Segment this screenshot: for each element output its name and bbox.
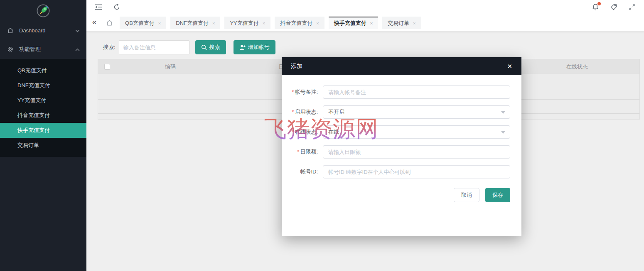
close-icon[interactable]: ✕ (507, 63, 512, 70)
select-all-checkbox[interactable] (104, 64, 110, 70)
modal-body: *帐号备注: *启用状态: 不开启 *在线状态: 在线 *日限额: 帐号ID: (282, 75, 521, 202)
field-account-note: *帐号备注: (282, 85, 521, 99)
field-label-text: 日限额: (300, 149, 318, 155)
field-enable-status: *启用状态: 不开启 (282, 105, 521, 119)
add-account-button[interactable]: 增加帐号 (234, 40, 275, 54)
sidebar-item-qb-recharge[interactable]: QB充值支付 (0, 63, 86, 78)
tab-qb-recharge[interactable]: QB充值支付× (120, 17, 166, 29)
tab-kuaishou-recharge[interactable]: 快手充值支付× (329, 17, 378, 29)
search-input[interactable] (119, 40, 189, 54)
select-all-cell (98, 64, 116, 70)
tab-label: YY充值支付 (230, 20, 258, 27)
field-label-text: 帐号ID: (300, 168, 318, 175)
sidebar-fold-icon[interactable] (94, 2, 103, 12)
sidebar: Dashboard 功能管理 QB充值支付 DNF充值支付 YY充值支付 抖音充… (0, 0, 86, 271)
select-value: 在线 (328, 128, 339, 136)
sidebar-item-trade-orders[interactable]: 交易订单 (0, 138, 86, 153)
chevron-down-icon (501, 131, 505, 134)
daily-limit-input[interactable] (323, 145, 510, 159)
enable-status-select[interactable]: 不开启 (323, 105, 510, 119)
field-label-text: 帐号备注: (295, 89, 318, 95)
close-icon[interactable]: × (316, 21, 319, 26)
sidebar-submenu: QB充值支付 DNF充值支付 YY充值支付 抖音充值支付 快手充值支付 交易订单 (0, 59, 86, 157)
chevron-up-icon (75, 46, 80, 53)
tab-douyin-recharge[interactable]: 抖音充值支付× (275, 17, 324, 29)
tabbar: « QB充值支付× DNF充值支付× YY充值支付× 抖音充值支付× 快手充值支… (86, 14, 644, 32)
field-label: *启用状态: (282, 108, 323, 116)
account-note-input[interactable] (323, 85, 510, 99)
close-icon[interactable]: × (212, 21, 215, 26)
close-icon[interactable]: × (413, 21, 415, 26)
close-icon[interactable]: × (263, 21, 265, 26)
field-label-text: 在线状态: (295, 129, 318, 135)
chevron-down-icon (75, 27, 80, 34)
tab-label: DNF充值支付 (176, 20, 209, 27)
close-icon[interactable]: × (370, 21, 373, 26)
sidebar-item-function-management[interactable]: 功能管理 (0, 40, 86, 59)
tab-label: 快手充值支付 (334, 20, 366, 27)
notification-badge (597, 2, 601, 5)
tab-label: QB充值支付 (125, 20, 155, 27)
home-tab-icon[interactable] (102, 17, 116, 29)
save-button[interactable]: 保存 (485, 188, 510, 202)
tag-icon[interactable] (609, 2, 618, 12)
online-status-select[interactable]: 在线 (323, 125, 510, 139)
app-logo (0, 0, 86, 21)
required-mark: * (292, 89, 294, 95)
modal-actions: 取消 保存 (282, 188, 521, 202)
add-account-modal: 添加 ✕ *帐号备注: *启用状态: 不开启 *在线状态: 在线 *日限额: (282, 57, 521, 236)
search-toolbar: 搜索: 搜索 增加帐号 (103, 40, 644, 54)
refresh-icon[interactable] (112, 2, 121, 12)
sidebar-item-kuaishou-recharge[interactable]: 快手充值支付 (0, 123, 86, 138)
field-label: 帐号ID: (282, 168, 323, 176)
sidebar-item-label: 功能管理 (19, 46, 75, 53)
column-header-online-status: 在线状态 (536, 63, 619, 71)
gear-icon (7, 46, 14, 53)
add-user-icon (239, 44, 246, 50)
field-label-text: 启用状态: (295, 109, 318, 115)
sidebar-item-label: Dashboard (19, 27, 75, 34)
search-icon (201, 44, 207, 50)
close-icon[interactable]: × (158, 21, 161, 26)
field-online-status: *在线状态: 在线 (282, 125, 521, 139)
sidebar-item-douyin-recharge[interactable]: 抖音充值支付 (0, 108, 86, 123)
required-mark: * (292, 129, 294, 135)
cancel-button[interactable]: 取消 (454, 188, 479, 202)
tab-yy-recharge[interactable]: YY充值支付× (224, 17, 270, 29)
field-label: *日限额: (282, 148, 323, 156)
sidebar-item-dashboard[interactable]: Dashboard (0, 21, 86, 40)
rocket-logo-icon (36, 4, 50, 18)
add-account-button-label: 增加帐号 (248, 44, 270, 51)
modal-header: 添加 ✕ (282, 57, 521, 75)
select-value: 不开启 (328, 108, 344, 116)
chevron-down-icon (501, 111, 505, 114)
fullscreen-icon[interactable] (627, 2, 637, 12)
tab-dnf-recharge[interactable]: DNF充值支付× (170, 17, 220, 29)
tab-label: 交易订单 (388, 20, 409, 27)
tab-trade-orders[interactable]: 交易订单× (382, 17, 421, 29)
search-label: 搜索: (103, 44, 116, 51)
modal-title: 添加 (291, 63, 302, 70)
required-mark: * (292, 109, 294, 115)
tab-label: 抖音充值支付 (280, 20, 312, 27)
required-mark: * (297, 149, 299, 155)
account-id-input[interactable] (323, 165, 510, 178)
search-button[interactable]: 搜索 (195, 40, 226, 54)
sidebar-item-yy-recharge[interactable]: YY充值支付 (0, 93, 86, 108)
column-header-code: 编码 (116, 63, 224, 71)
field-label: *在线状态: (282, 128, 323, 136)
field-daily-limit: *日限额: (282, 145, 521, 159)
field-label: *帐号备注: (282, 88, 323, 96)
tabs-scroll-left-icon[interactable]: « (92, 18, 96, 27)
sidebar-item-dnf-recharge[interactable]: DNF充值支付 (0, 78, 86, 93)
field-account-id: 帐号ID: (282, 165, 521, 178)
topbar (86, 0, 644, 14)
home-icon (7, 27, 14, 34)
notification-bell-icon[interactable] (591, 2, 600, 12)
search-button-label: 搜索 (209, 44, 220, 51)
